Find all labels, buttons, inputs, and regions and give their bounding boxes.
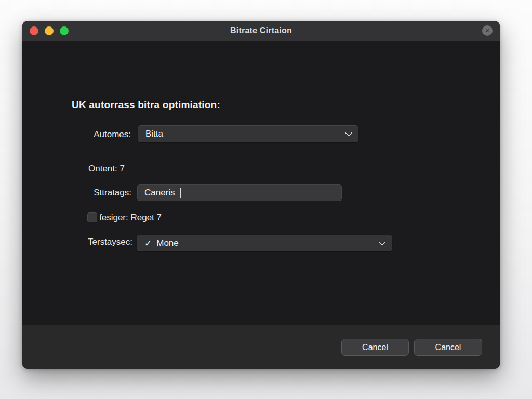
sttratags-input-value: Caneris (144, 188, 175, 198)
fesiger-checkbox[interactable] (87, 212, 97, 222)
chevron-down-icon (345, 129, 352, 136)
checkmark-icon: ✓ (144, 238, 152, 249)
automes-dropdown-value: Bitta (145, 129, 163, 139)
ontent-label: Ontent: 7 (88, 163, 125, 175)
fesiger-label: fesiger: Reget 7 (99, 212, 162, 223)
terstaysec-dropdown-value: Mone (156, 238, 179, 248)
terstaysec-label: Terstaysec: (88, 236, 132, 248)
terstaysec-dropdown[interactable]: ✓ Mone (137, 235, 392, 251)
automes-dropdown[interactable]: Bitta (138, 125, 358, 142)
window-title: Bitrate Cirtaion (22, 21, 500, 41)
cancel-button-primary[interactable]: Cancel (414, 339, 482, 356)
cancel-button-secondary[interactable]: Cancel (341, 339, 409, 356)
text-caret-icon (180, 188, 181, 198)
automes-label: Automes: (94, 129, 131, 140)
sttratags-label: Sttratags: (94, 187, 131, 198)
dialog-content: UK autorrass bitra optimiation: Automes:… (22, 41, 500, 325)
title-bar: Bitrate Cirtaion ✕ (22, 21, 500, 41)
dialog-window: Bitrate Cirtaion ✕ UK autorrass bitra op… (22, 21, 500, 369)
close-icon[interactable]: ✕ (482, 25, 493, 36)
chevron-down-icon (379, 238, 386, 246)
sttratags-input[interactable]: Caneris (137, 184, 342, 201)
form-header: UK autorrass bitra optimiation: (72, 99, 220, 111)
